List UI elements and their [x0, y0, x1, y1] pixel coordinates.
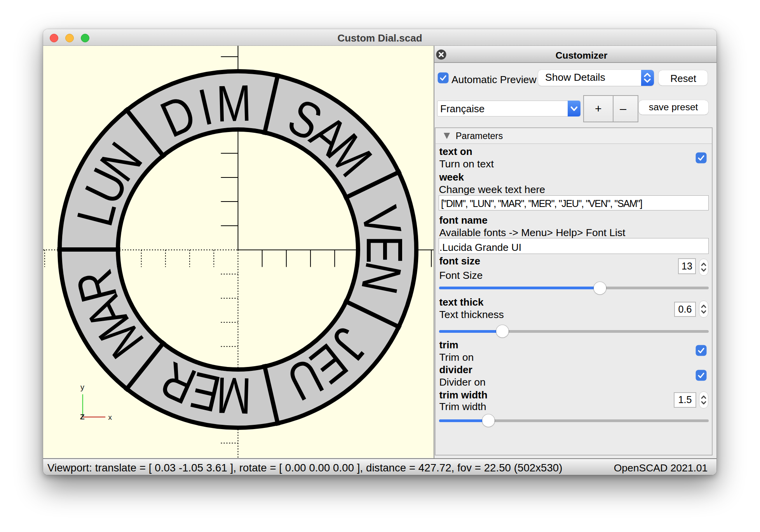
svg-text:x: x — [108, 413, 112, 421]
svg-text:M: M — [216, 74, 252, 132]
svg-text:Z: Z — [80, 413, 85, 421]
svg-text:y: y — [80, 383, 84, 391]
